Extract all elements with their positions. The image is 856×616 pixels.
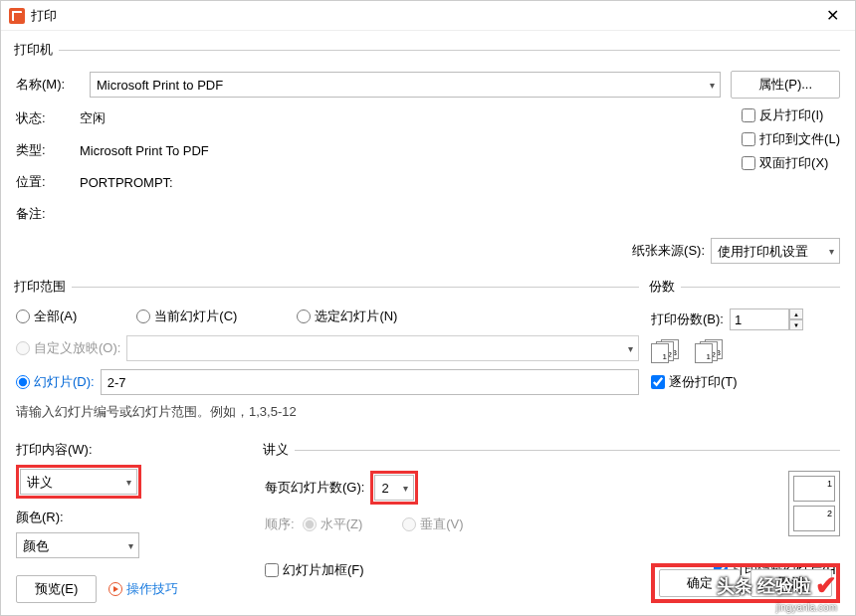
handout-group: 讲义 每页幻灯片数(G): 2 顺序: 水平(Z) bbox=[265, 441, 840, 550]
location-value: PORTPROMPT: bbox=[80, 175, 173, 190]
print-range-group: 打印范围 全部(A) 当前幻灯片(C) 选定幻灯片(N) 自定义放映(O): 幻… bbox=[16, 278, 639, 427]
reverse-print-check[interactable]: 反片打印(I) bbox=[742, 106, 840, 124]
type-value: Microsoft Print To PDF bbox=[80, 143, 209, 158]
per-page-highlight: 2 bbox=[370, 471, 418, 505]
per-page-select[interactable]: 2 bbox=[374, 475, 414, 501]
handout-preview-icon: 1 2 bbox=[788, 471, 840, 536]
collate-check[interactable]: 逐份打印(T) bbox=[651, 373, 840, 391]
print-content-label: 打印内容(W): bbox=[16, 441, 235, 459]
custom-show-select bbox=[126, 335, 639, 361]
comment-label: 备注: bbox=[16, 205, 80, 223]
order-vertical-radio: 垂直(V) bbox=[402, 515, 463, 533]
printer-name-select[interactable]: Microsoft Print to PDF bbox=[90, 72, 721, 98]
type-label: 类型: bbox=[16, 141, 80, 159]
duplex-check[interactable]: 双面打印(X) bbox=[742, 154, 840, 172]
collate-icon-123: 321 bbox=[651, 339, 681, 365]
ok-button[interactable]: 确定 bbox=[659, 569, 741, 597]
watermark-sub: jingyanla.com bbox=[776, 602, 837, 613]
titlebar: 打印 ✕ bbox=[1, 1, 855, 31]
range-selected-radio[interactable]: 选定幻灯片(N) bbox=[297, 308, 397, 325]
slides-range-input[interactable] bbox=[101, 369, 639, 395]
close-button[interactable]: ✕ bbox=[817, 6, 847, 25]
range-hint: 请输入幻灯片编号或幻灯片范围。例如，1,3,5-12 bbox=[16, 403, 639, 421]
range-all-radio[interactable]: 全部(A) bbox=[16, 308, 77, 325]
range-current-radio[interactable]: 当前幻灯片(C) bbox=[136, 308, 237, 325]
handout-legend: 讲义 bbox=[263, 441, 295, 459]
properties-button[interactable]: 属性(P)... bbox=[731, 71, 840, 99]
copies-down[interactable]: ▼ bbox=[789, 319, 803, 330]
paper-source-select[interactable]: 使用打印机设置 bbox=[711, 238, 840, 264]
printer-name-label: 名称(M): bbox=[16, 76, 80, 94]
range-custom-radio: 自定义放映(O): bbox=[16, 339, 120, 357]
status-label: 状态: bbox=[16, 109, 80, 127]
copies-count-input[interactable] bbox=[730, 308, 789, 330]
color-select[interactable]: 颜色 bbox=[16, 532, 139, 558]
printer-group: 打印机 名称(M): Microsoft Print to PDF 属性(P).… bbox=[16, 41, 840, 270]
location-label: 位置: bbox=[16, 173, 80, 191]
ok-cancel-highlight: 确定 取消 bbox=[651, 563, 840, 603]
paper-source-label: 纸张来源(S): bbox=[632, 242, 705, 260]
tips-link[interactable]: 操作技巧 bbox=[108, 580, 178, 598]
print-content-select[interactable]: 讲义 bbox=[20, 469, 137, 495]
window-title: 打印 bbox=[31, 7, 817, 25]
print-to-file-check[interactable]: 打印到文件(L) bbox=[742, 130, 840, 148]
copies-legend: 份数 bbox=[649, 278, 681, 296]
cancel-button[interactable]: 取消 bbox=[750, 569, 832, 597]
per-page-label: 每页幻灯片数(G): bbox=[265, 479, 364, 497]
status-value: 空闲 bbox=[80, 109, 106, 127]
order-label: 顺序: bbox=[265, 515, 295, 533]
printer-legend: 打印机 bbox=[14, 41, 59, 59]
play-icon bbox=[108, 582, 122, 596]
copies-count-label: 打印份数(B): bbox=[651, 310, 724, 328]
collate-icon-123b: 321 bbox=[695, 339, 725, 365]
print-dialog: 打印 ✕ 打印机 名称(M): Microsoft Print to PDF 属… bbox=[0, 0, 856, 616]
app-icon bbox=[9, 8, 25, 24]
range-slides-radio[interactable]: 幻灯片(D): bbox=[16, 373, 95, 391]
copies-group: 份数 打印份数(B): ▲▼ 321 321 逐份打印(T) bbox=[651, 278, 840, 427]
print-content-highlight: 讲义 bbox=[16, 465, 141, 499]
range-legend: 打印范围 bbox=[14, 278, 72, 296]
color-label: 颜色(R): bbox=[16, 509, 235, 526]
preview-button[interactable]: 预览(E) bbox=[16, 575, 97, 603]
order-horizontal-radio: 水平(Z) bbox=[303, 515, 363, 533]
copies-up[interactable]: ▲ bbox=[789, 308, 803, 319]
